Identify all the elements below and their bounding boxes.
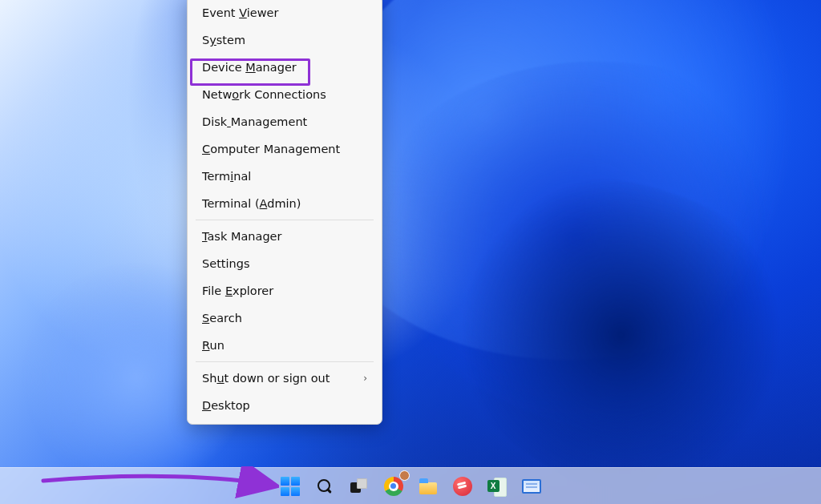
chrome-button[interactable] <box>380 473 407 500</box>
ctx-terminal-admin[interactable]: Terminal (Admin) <box>188 190 382 217</box>
ctx-item-label: Terminal <box>202 170 251 183</box>
ctx-network-connections[interactable]: Network Connections <box>188 81 382 108</box>
ctx-item-label: System <box>202 34 245 46</box>
excel-icon <box>487 478 507 495</box>
ctx-item-label: Desktop <box>202 399 250 412</box>
todoist-button[interactable] <box>449 473 476 500</box>
ctx-event-viewer[interactable]: Event Viewer <box>188 0 382 26</box>
todoist-icon <box>453 477 472 496</box>
task-view-button[interactable] <box>346 473 373 500</box>
ctx-device-manager[interactable]: Device Manager <box>188 54 382 81</box>
ctx-search[interactable]: Search <box>188 304 382 332</box>
chrome-icon <box>384 477 403 496</box>
ctx-item-label: Search <box>202 312 242 325</box>
taskbar <box>0 467 821 504</box>
ctx-settings[interactable]: Settings <box>188 250 382 277</box>
excel-button[interactable] <box>483 473 511 500</box>
desktop-wallpaper: Event ViewerSystemDevice ManagerNetwork … <box>0 0 821 504</box>
file-explorer-icon <box>419 478 438 494</box>
start-icon <box>281 477 300 496</box>
ctx-desktop[interactable]: Desktop <box>188 392 382 419</box>
ctx-run[interactable]: Run <box>188 332 382 359</box>
menu-separator <box>196 220 374 220</box>
ctx-item-label: File Explorer <box>202 284 273 297</box>
file-explorer-button[interactable] <box>415 473 442 500</box>
ctx-shutdown-signout[interactable]: Shut down or sign out› <box>188 365 382 392</box>
ctx-item-label: Event Viewer <box>202 6 278 19</box>
search-button[interactable] <box>311 473 338 500</box>
task-view-icon <box>350 478 368 494</box>
ctx-computer-management[interactable]: Computer Management <box>188 135 382 163</box>
ctx-file-explorer[interactable]: File Explorer <box>188 277 382 304</box>
winx-context-menu: Event ViewerSystemDevice ManagerNetwork … <box>187 0 382 425</box>
ctx-item-label: Network Connections <box>202 88 326 101</box>
ctx-item-label: Settings <box>202 257 250 270</box>
chevron-right-icon: › <box>363 373 367 384</box>
start-button[interactable] <box>277 473 304 500</box>
chrome-profile-avatar <box>399 470 410 481</box>
ctx-item-label: Task Manager <box>202 230 281 243</box>
wordpad-button[interactable] <box>518 473 545 500</box>
wordpad-icon <box>522 479 541 494</box>
ctx-item-label: Shut down or sign out <box>202 372 330 385</box>
ctx-disk-management[interactable]: Disk Management <box>188 108 382 135</box>
ctx-item-label: Device Manager <box>202 61 297 74</box>
ctx-task-manager[interactable]: Task Manager <box>188 223 382 250</box>
ctx-item-label: Run <box>202 339 224 352</box>
menu-separator <box>196 361 374 362</box>
ctx-item-label: Terminal (Admin) <box>202 197 301 210</box>
ctx-item-label: Disk Management <box>202 115 307 128</box>
ctx-system[interactable]: System <box>188 26 382 54</box>
ctx-item-label: Computer Management <box>202 143 340 155</box>
ctx-terminal[interactable]: Terminal <box>188 163 382 190</box>
search-icon <box>317 478 333 494</box>
